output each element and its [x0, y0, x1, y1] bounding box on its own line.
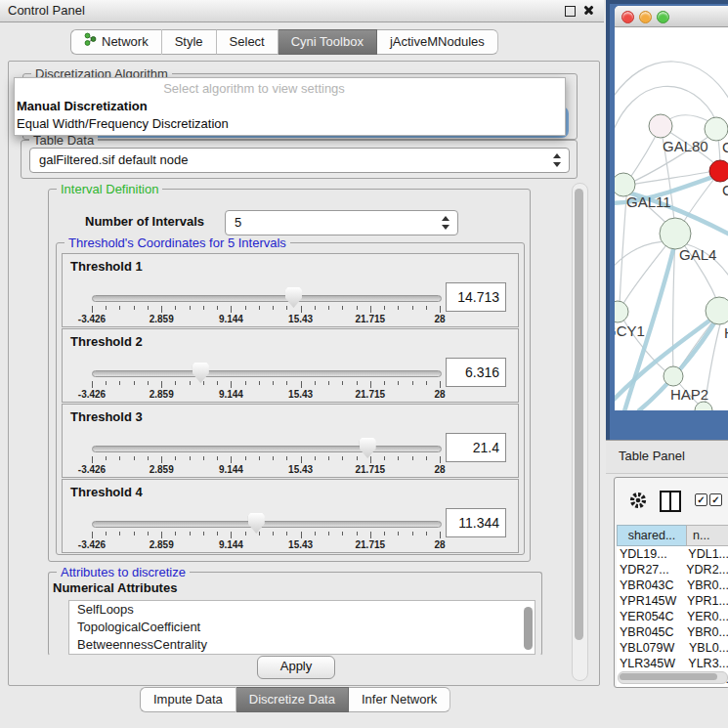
- traffic-light-close-icon[interactable]: [621, 11, 634, 23]
- table-data-combobox-value: galFiltered.sif default node: [39, 149, 188, 172]
- tick-mark: [426, 532, 427, 535]
- number-of-intervals-value: 5: [235, 211, 241, 235]
- tick-mark: [175, 381, 176, 385]
- tick-mark: [328, 456, 329, 460]
- network-node[interactable]: [615, 301, 628, 322]
- network-node[interactable]: [660, 218, 691, 249]
- threshold-panel: Threshold 2-3.4262.8599.14415.4321.71528…: [62, 328, 519, 403]
- network-node[interactable]: [706, 297, 728, 324]
- algorithm-popup-list: Manual DiscretizationEqual Width/Frequen…: [17, 98, 567, 133]
- traffic-light-zoom-icon[interactable]: [657, 11, 669, 23]
- tick-label: 21.715: [356, 314, 386, 324]
- network-window-titlebar[interactable]: [615, 6, 728, 27]
- tick-mark: [384, 306, 385, 310]
- slider-thumb[interactable]: [285, 287, 302, 308]
- group-title-thresholds: Threshold's Coordinates for 5 Intervals: [64, 236, 290, 250]
- network-node[interactable]: [664, 366, 683, 386]
- slider-thumb[interactable]: [193, 363, 209, 383]
- slider-tick-labels: -3.4262.8599.14415.4321.71528: [92, 314, 440, 325]
- table-row[interactable]: YER054CYER0...: [617, 609, 728, 624]
- tick-mark: [203, 381, 204, 385]
- cell-name: YDR2...: [681, 562, 728, 578]
- panel-scrollbar[interactable]: [572, 183, 588, 681]
- tab-infer-network[interactable]: Infer Network: [349, 687, 450, 712]
- threshold-label: Threshold 3: [70, 409, 143, 424]
- close-icon[interactable]: [582, 4, 595, 17]
- threshold-slider[interactable]: [92, 446, 442, 452]
- tab-label: Style: [175, 30, 203, 54]
- group-title-attributes: Attributes to discretize: [57, 565, 190, 579]
- table-hscrollbar[interactable]: [618, 671, 728, 684]
- gear-icon[interactable]: [628, 491, 648, 514]
- tick-label: 21.715: [356, 389, 386, 400]
- table-row[interactable]: YBR043CYBR0...: [617, 578, 728, 593]
- table-row[interactable]: YDR27...YDR2...: [617, 562, 728, 578]
- slider-thumb[interactable]: [360, 438, 376, 458]
- cell-shared-name: YER054C: [617, 609, 682, 624]
- tab-jactivemnodules[interactable]: jActiveMNodules: [377, 29, 498, 55]
- tick-mark: [134, 532, 135, 535]
- table-row[interactable]: YBR045CYBR0...: [617, 624, 728, 640]
- threshold-value-field[interactable]: 6.316: [446, 358, 506, 387]
- numerical-attributes-list[interactable]: SelfLoopsTopologicalCoefficientBetweenne…: [68, 600, 535, 655]
- network-graph[interactable]: GAL80GGAL11CGAL4GCY1HHAP2: [615, 27, 728, 410]
- tick-mark: [426, 381, 427, 385]
- threshold-value-field[interactable]: 21.4: [446, 433, 506, 462]
- tick-mark: [106, 381, 107, 385]
- float-icon[interactable]: [565, 6, 576, 17]
- tick-mark: [412, 532, 413, 535]
- tick-mark: [203, 306, 204, 310]
- threshold-slider[interactable]: [92, 370, 442, 377]
- table-row[interactable]: YBL079WYBL0...: [617, 640, 728, 656]
- tick-mark: [175, 532, 176, 535]
- table-hscrollbar-thumb[interactable]: [620, 673, 717, 680]
- tick-mark: [175, 456, 176, 460]
- checkbox-icon[interactable]: ✓: [695, 493, 707, 506]
- threshold-slider[interactable]: [92, 295, 442, 302]
- traffic-light-minimize-icon[interactable]: [639, 11, 652, 23]
- columns-icon[interactable]: [660, 491, 681, 512]
- table-row[interactable]: YLR345WYLR3...: [617, 656, 728, 671]
- threshold-slider[interactable]: [92, 521, 442, 528]
- tab-cyni-toolbox[interactable]: Cyni Toolbox: [278, 29, 377, 55]
- tick-mark: [106, 306, 107, 310]
- tab-impute-data[interactable]: Impute Data: [140, 687, 236, 712]
- attribute-list-item[interactable]: TopologicalCoefficient: [69, 619, 535, 636]
- algorithm-popup-item[interactable]: Manual Discretization: [17, 98, 567, 115]
- cell-shared-name: YPR145W: [617, 593, 682, 609]
- tab-select[interactable]: Select: [217, 29, 278, 55]
- network-node[interactable]: [649, 114, 672, 138]
- list-scrollbar-thumb[interactable]: [524, 607, 533, 650]
- tab-style[interactable]: Style: [162, 29, 217, 55]
- table-data-combobox[interactable]: galFiltered.sif default node: [29, 148, 570, 173]
- checkbox-icon[interactable]: ✓: [709, 493, 722, 506]
- tab-discretize-data[interactable]: Discretize Data: [236, 687, 349, 712]
- number-of-intervals-combobox[interactable]: 5: [225, 210, 458, 236]
- tick-label: 2.859: [150, 314, 174, 324]
- tick-label: 9.144: [219, 389, 243, 400]
- network-canvas[interactable]: GAL80GGAL11CGAL4GCY1HHAP2: [615, 27, 728, 410]
- panel-scrollbar-thumb[interactable]: [575, 189, 583, 640]
- table-row[interactable]: YPR145WYPR1...: [617, 593, 728, 609]
- cell-shared-name: YDR27...: [617, 562, 681, 578]
- screenshot-root: Control Panel NetworkStyleSelectCyni Too…: [0, 0, 728, 728]
- table-row[interactable]: YDL19...YDL1...: [617, 546, 728, 562]
- tick-mark: [161, 381, 162, 388]
- threshold-value-field[interactable]: 14.713: [446, 282, 506, 312]
- tick-mark: [412, 306, 413, 310]
- apply-button[interactable]: Apply: [257, 656, 335, 679]
- table-panel-titlebar: Table Panel: [606, 440, 728, 474]
- column-header-name[interactable]: n...: [686, 525, 728, 546]
- network-node[interactable]: [709, 160, 728, 182]
- tick-mark: [106, 456, 107, 460]
- cell-name: YDL1...: [683, 546, 728, 562]
- attribute-list-item[interactable]: BetweennessCentrality: [69, 636, 535, 654]
- network-tab-icon: [84, 30, 97, 54]
- threshold-value-field[interactable]: 11.344: [446, 508, 506, 537]
- tab-network[interactable]: Network: [70, 29, 162, 55]
- algorithm-popup-item[interactable]: Equal Width/Frequency Discretization: [17, 115, 567, 133]
- attribute-list-item[interactable]: SelfLoops: [69, 601, 535, 619]
- tick-mark: [398, 532, 399, 535]
- column-header-shared-name[interactable]: shared...: [617, 525, 687, 546]
- slider-thumb[interactable]: [248, 513, 265, 534]
